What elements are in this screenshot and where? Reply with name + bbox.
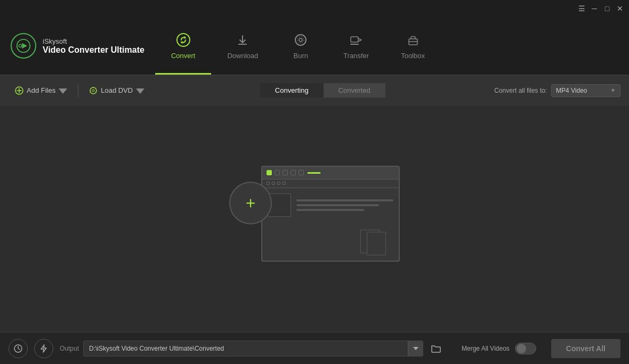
nav-tab-convert-label: Convert: [171, 52, 196, 60]
svg-marker-14: [59, 88, 67, 94]
svg-marker-20: [413, 347, 418, 350]
open-folder-button[interactable]: [428, 340, 445, 357]
ill-line-3: [296, 209, 364, 211]
maximize-button[interactable]: □: [602, 4, 612, 13]
ill-lines: [296, 193, 393, 217]
ill-dot-4: [299, 170, 304, 175]
ill-line-2: [296, 204, 379, 206]
output-path-input[interactable]: [84, 342, 408, 355]
convert-all-files-section: Convert all files to: MP4 Video ▼: [494, 84, 620, 97]
ill-titlebar: [262, 167, 399, 180]
plus-icon: +: [246, 195, 256, 212]
load-dvd-button[interactable]: Load DVD: [83, 83, 151, 98]
ill-dot-active: [267, 170, 272, 175]
menu-button[interactable]: ☰: [577, 4, 586, 13]
svg-point-4: [295, 35, 306, 45]
window-illustration: [261, 166, 400, 262]
merge-area: Merge All Videos: [462, 343, 536, 354]
title-bar-controls: ☰ ─ □ ✕: [577, 4, 625, 13]
format-select[interactable]: MP4 Video ▼: [551, 84, 620, 97]
nav-tab-burn-label: Burn: [294, 52, 308, 60]
convert-all-button[interactable]: Convert All: [551, 339, 620, 358]
merge-toggle[interactable]: [515, 343, 536, 354]
add-files-label: Add Files: [27, 86, 55, 94]
load-dvd-label: Load DVD: [101, 86, 133, 94]
toggle-knob: [517, 344, 526, 353]
logo-product: Video Converter Ultimate: [43, 45, 144, 55]
ill-tb-dot-3: [277, 182, 280, 185]
converted-tab[interactable]: Converted: [324, 83, 385, 98]
nav-tab-burn[interactable]: Burn: [274, 17, 327, 75]
title-bar: ☰ ─ □ ✕: [0, 0, 629, 17]
app-logo: [11, 33, 36, 59]
nav-tab-transfer-label: Transfer: [343, 52, 369, 60]
close-button[interactable]: ✕: [615, 4, 625, 13]
svg-point-6: [297, 37, 304, 43]
merge-label: Merge All Videos: [462, 345, 510, 352]
ill-dot-1: [275, 170, 280, 175]
ill-toolbar-bar: [262, 180, 399, 188]
nav-tabs: Convert Download Burn: [155, 17, 629, 75]
convert-all-files-label: Convert all files to:: [494, 87, 547, 94]
output-label: Output: [60, 345, 79, 352]
nav-tab-toolbox[interactable]: Toolbox: [385, 17, 441, 75]
history-button[interactable]: [9, 339, 28, 358]
format-select-value: MP4 Video: [556, 87, 606, 94]
logo-text: iSkysoft Video Converter Ultimate: [43, 37, 144, 55]
svg-point-5: [299, 38, 302, 42]
nav-tab-convert[interactable]: Convert: [155, 17, 212, 75]
svg-point-16: [92, 90, 94, 92]
empty-state: +: [229, 160, 400, 278]
ill-body: [262, 188, 399, 222]
svg-point-15: [90, 87, 96, 94]
ill-dot-2: [283, 170, 288, 175]
logo-area: iSkysoft Video Converter Ultimate: [0, 17, 155, 75]
ill-green-bar: [308, 172, 320, 174]
nav-tab-download[interactable]: Download: [211, 17, 274, 75]
ill-tb-dot-1: [267, 182, 270, 185]
logo-brand: iSkysoft: [43, 37, 144, 45]
ill-tb-dot-2: [272, 182, 275, 185]
toolbar: Add Files Load DVD Converting Converted …: [0, 76, 629, 106]
bottom-bar: Output Merge All Videos Convert All: [0, 332, 629, 364]
ill-tb-dot-4: [283, 182, 286, 185]
nav-tab-transfer[interactable]: Transfer: [327, 17, 385, 75]
format-select-arrow-icon: ▼: [610, 87, 616, 93]
speed-button[interactable]: [34, 339, 53, 358]
ill-line-1: [296, 199, 393, 201]
output-area: Output: [60, 340, 445, 357]
add-circle-icon: +: [229, 182, 272, 224]
minimize-button[interactable]: ─: [590, 4, 599, 13]
nav-tab-toolbox-label: Toolbox: [401, 52, 425, 60]
output-dropdown-button[interactable]: [408, 341, 423, 356]
svg-marker-17: [136, 88, 144, 94]
svg-marker-19: [41, 345, 46, 352]
output-path-wrapper: [83, 341, 423, 357]
svg-point-3: [177, 34, 190, 46]
toolbar-divider: [78, 84, 78, 97]
converting-tab[interactable]: Converting: [260, 83, 324, 98]
header: iSkysoft Video Converter Ultimate Conver…: [0, 17, 629, 76]
nav-tab-download-label: Download: [227, 52, 258, 60]
main-content: +: [0, 106, 629, 332]
ill-dot-3: [291, 170, 296, 175]
ill-paper-2: [367, 232, 386, 255]
empty-state-illustration: +: [229, 160, 400, 278]
add-files-button[interactable]: Add Files: [9, 83, 74, 98]
svg-rect-7: [351, 37, 358, 42]
toolbar-tabs: Converting Converted: [155, 83, 490, 98]
